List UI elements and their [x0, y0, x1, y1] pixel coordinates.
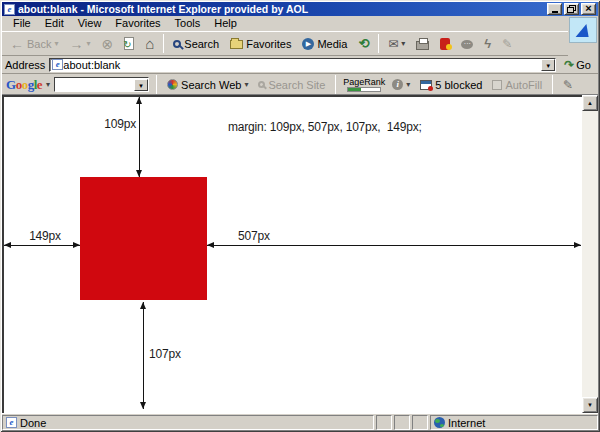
back-icon: ← — [10, 37, 24, 51]
search-site-icon — [258, 81, 265, 88]
google-search-dropdown[interactable]: ▾ — [134, 79, 148, 91]
address-field[interactable]: e ▾ — [49, 58, 556, 72]
home-icon: ⌂ — [145, 35, 154, 52]
history-button[interactable]: ⟲ — [353, 33, 374, 54]
window-title: about:blank - Microsoft Internet Explore… — [18, 3, 545, 15]
search-site-label: Search Site — [268, 79, 325, 91]
messenger-icon — [440, 38, 450, 50]
go-button[interactable]: ↷ Go — [560, 58, 595, 72]
status-bar: e Done Internet — [2, 413, 598, 430]
search-web-dropdown-icon[interactable]: ▾ — [244, 80, 248, 89]
media-button[interactable]: ▶ Media — [297, 33, 352, 54]
browser-window: e about:blank - Microsoft Internet Explo… — [0, 0, 600, 432]
toolbar-separator — [156, 75, 157, 94]
left-margin-label: 149px — [26, 229, 64, 243]
status-pane-small — [394, 415, 410, 430]
internet-globe-icon — [434, 417, 445, 428]
popup-blocker-button[interactable]: 5 blocked — [417, 78, 485, 92]
edit-button[interactable]: ✎ — [497, 33, 517, 54]
menu-tools[interactable]: Tools — [168, 16, 208, 31]
toolbar-separator — [163, 34, 164, 53]
close-button[interactable]: × — [581, 3, 596, 15]
refresh-icon: ↻ — [124, 37, 134, 50]
search-button[interactable]: Search — [168, 33, 224, 54]
pencil-icon: ✎ — [563, 78, 573, 92]
toolbar-separator — [378, 34, 379, 53]
content-top-border — [2, 95, 582, 97]
status-pane-small — [376, 415, 392, 430]
page-status-icon: e — [6, 417, 17, 428]
search-web-label: Search Web — [181, 79, 241, 91]
print-icon — [416, 41, 429, 50]
messenger-button[interactable] — [435, 33, 455, 54]
right-margin-label: 507px — [238, 229, 270, 243]
mail-icon: ✉ — [388, 37, 398, 51]
right-margin-arrow — [207, 245, 581, 246]
refresh-button[interactable]: ↻ — [119, 33, 139, 54]
discuss-button[interactable]: ··· — [456, 33, 478, 54]
forward-dropdown-icon[interactable]: ▾ — [86, 39, 90, 48]
back-dropdown-icon[interactable]: ▾ — [54, 39, 58, 48]
aol-logo-icon — [575, 24, 591, 37]
discuss-icon: ··· — [461, 40, 473, 49]
edit-icon: ✎ — [502, 37, 512, 51]
top-margin-label: 109px — [98, 117, 136, 131]
menu-file[interactable]: File — [6, 16, 38, 31]
media-label: Media — [317, 38, 347, 50]
mail-dropdown-icon[interactable]: ▾ — [401, 39, 405, 48]
pagerank-bar — [347, 87, 381, 92]
mail-button[interactable]: ✉ ▾ — [383, 33, 410, 54]
favorites-button[interactable]: Favorites — [225, 33, 296, 54]
pagerank-indicator[interactable]: PageRank — [343, 77, 385, 92]
autofill-label: AutoFill — [505, 79, 542, 91]
page-icon: e — [52, 59, 63, 70]
security-zone-pane: Internet — [430, 415, 598, 430]
search-web-icon — [167, 79, 178, 90]
google-search-box[interactable]: ▾ — [54, 77, 149, 92]
menu-favorites[interactable]: Favorites — [108, 16, 167, 31]
stop-button[interactable]: ⊗ — [97, 33, 119, 54]
info-dropdown-icon[interactable]: ▾ — [406, 80, 410, 89]
media-icon: ▶ — [302, 38, 314, 50]
left-margin-arrow — [4, 245, 80, 246]
restore-button[interactable] — [564, 3, 579, 15]
bottom-margin-label: 107px — [149, 347, 181, 361]
forward-icon: → — [69, 37, 83, 51]
scroll-down-button[interactable]: ▼ — [582, 397, 598, 413]
standard-toolbar: ← Back ▾ → ▾ ⊗ ↻ ⌂ Search Favorites ▶ Me… — [2, 31, 568, 56]
scroll-up-button[interactable]: ▲ — [582, 95, 598, 111]
address-input[interactable] — [63, 59, 541, 71]
history-icon: ⟲ — [358, 36, 369, 51]
highlight-button[interactable]: ✎ — [560, 77, 576, 93]
menu-help[interactable]: Help — [207, 16, 244, 31]
search-icon — [173, 40, 181, 48]
google-logo[interactable]: Google — [6, 77, 42, 93]
back-button[interactable]: ← Back ▾ — [5, 33, 63, 54]
autofill-button[interactable]: AutoFill — [489, 78, 545, 92]
title-bar[interactable]: e about:blank - Microsoft Internet Explo… — [2, 2, 598, 16]
minimize-icon — [552, 11, 558, 13]
lightning-icon: ϟ — [484, 36, 491, 51]
vertical-scrollbar[interactable]: ▲ ▼ — [582, 95, 598, 413]
search-site-button[interactable]: Search Site — [255, 78, 328, 92]
print-button[interactable] — [411, 33, 434, 54]
forward-button[interactable]: → ▾ — [64, 33, 95, 54]
google-logo-dropdown-icon[interactable]: ▾ — [46, 80, 50, 89]
refresh-arrow-icon: ↻ — [123, 39, 131, 50]
go-icon: ↷ — [564, 58, 574, 72]
aim-button[interactable]: ϟ — [479, 33, 496, 54]
autofill-icon — [492, 80, 502, 90]
status-text: Done — [20, 417, 46, 429]
address-dropdown-button[interactable]: ▾ — [541, 59, 555, 71]
content-left-border — [2, 95, 4, 413]
google-search-input[interactable] — [55, 79, 134, 91]
minimize-button[interactable] — [547, 3, 562, 15]
google-toolbar: Google ▾ ▾ Search Web ▾ Search Site Page… — [2, 75, 598, 95]
home-button[interactable]: ⌂ — [140, 33, 159, 54]
menu-edit[interactable]: Edit — [38, 16, 71, 31]
restore-icon — [567, 5, 576, 13]
search-web-button[interactable]: Search Web ▾ — [164, 78, 251, 92]
page-info-button[interactable]: i ▾ — [389, 78, 413, 91]
menu-view[interactable]: View — [71, 16, 109, 31]
page-viewport: 109px margin: 109px, 507px, 107px, 149px… — [2, 95, 598, 413]
